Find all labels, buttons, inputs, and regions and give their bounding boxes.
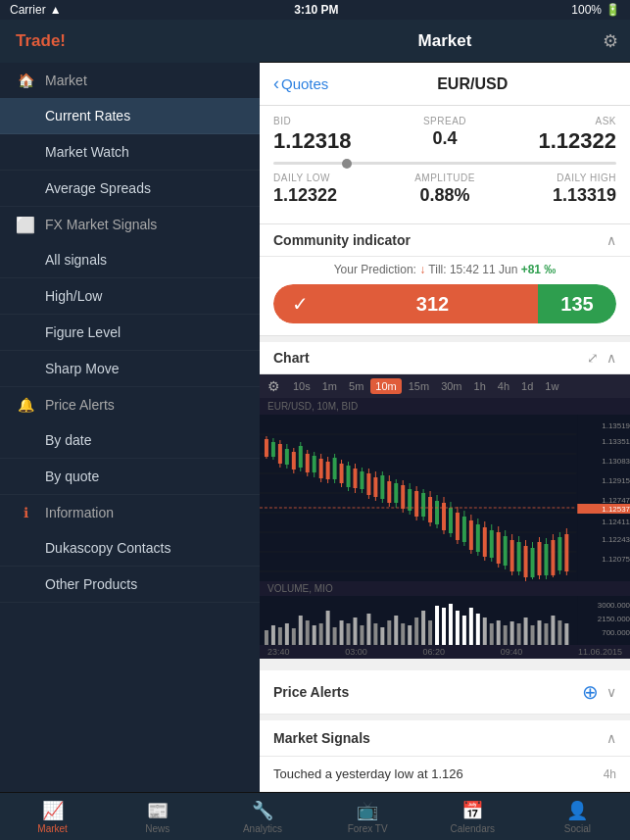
app-title: Trade! xyxy=(16,31,66,51)
sidebar-sharp-move-label: Sharp Move xyxy=(45,361,119,376)
svg-text:1.12537: 1.12537 xyxy=(602,505,630,514)
sidebar-item-figure-level[interactable]: Figure Level xyxy=(0,315,260,351)
daily-low-value: 1.12322 xyxy=(273,185,388,206)
sidebar-price-alerts-label: Price Alerts xyxy=(45,397,115,413)
svg-rect-128 xyxy=(360,625,363,645)
sidebar-item-sharp-move[interactable]: Sharp Move xyxy=(0,351,260,387)
quotes-back-button[interactable]: ‹ Quotes xyxy=(273,74,328,94)
tab-news[interactable]: 📰 News xyxy=(105,800,210,834)
sidebar-item-current-rates[interactable]: Current Rates xyxy=(0,98,260,134)
tab-analytics-icon: 🔧 xyxy=(252,800,273,821)
svg-rect-126 xyxy=(347,623,351,645)
settings-icon[interactable]: ⚙ xyxy=(603,30,618,52)
spread-col: SPREAD 0.4 xyxy=(388,116,503,149)
sidebar-other-products-label: Other Products xyxy=(45,576,137,592)
svg-rect-156 xyxy=(551,616,555,645)
battery-label: 100% xyxy=(571,3,602,17)
svg-text:1.12915: 1.12915 xyxy=(602,476,630,485)
svg-text:1.13083: 1.13083 xyxy=(602,457,630,466)
volume-label: VOLUME, MIO xyxy=(260,581,630,596)
sidebar-item-average-spreads[interactable]: Average Spreads xyxy=(0,171,260,207)
timeframe-4h[interactable]: 4h xyxy=(493,378,514,394)
svg-text:1.12243: 1.12243 xyxy=(602,535,630,544)
svg-rect-130 xyxy=(373,623,377,645)
signal-text-1: Touched a yesterday low at 1.126 xyxy=(273,766,463,781)
vote-sell-count: 312 xyxy=(327,284,538,323)
tab-calendars[interactable]: 📅 Calendars xyxy=(420,800,525,834)
sidebar-item-high-low[interactable]: High/Low xyxy=(0,278,260,315)
tab-calendars-label: Calendars xyxy=(450,823,495,834)
tab-social[interactable]: 👤 Social xyxy=(525,800,630,834)
spread-label: SPREAD xyxy=(388,116,503,126)
main-header: Market ⚙ xyxy=(260,31,630,51)
price-alerts-title: Price Alerts xyxy=(273,684,349,700)
sidebar-by-quote-label: By quote xyxy=(45,469,99,484)
market-signal-item-1: Touched a yesterday low at 1.126 4h xyxy=(260,757,630,792)
market-signals-chevron-icon[interactable]: ∧ xyxy=(606,730,616,746)
bell-icon: 🔔 xyxy=(16,395,35,415)
sidebar-current-rates-label: Current Rates xyxy=(45,108,130,124)
x-label-4: 09:40 xyxy=(501,647,523,657)
sidebar-dukascopy-label: Dukascopy Contacts xyxy=(45,540,170,556)
svg-rect-143 xyxy=(462,616,466,645)
spread-value: 0.4 xyxy=(388,128,503,149)
timeframe-1m[interactable]: 1m xyxy=(317,378,342,394)
tab-forex-tv-label: Forex TV xyxy=(348,823,388,834)
community-chevron-icon[interactable]: ∧ xyxy=(606,232,616,248)
ask-col: ASK 1.12322 xyxy=(502,116,616,154)
timeframe-15m[interactable]: 15m xyxy=(404,378,434,394)
sidebar-section-market[interactable]: 🏠 Market xyxy=(0,63,260,98)
sidebar-item-market-watch[interactable]: Market Watch xyxy=(0,134,260,171)
timeframe-1w[interactable]: 1w xyxy=(540,378,563,394)
timeframe-10s[interactable]: 10s xyxy=(288,378,315,394)
quotes-bar: ‹ Quotes EUR/USD xyxy=(260,63,630,106)
check-icon: ✓ xyxy=(292,292,309,316)
chart-chevron-icon[interactable]: ∧ xyxy=(606,350,616,366)
sidebar-section-fx[interactable]: ⬜ FX Market Signals xyxy=(0,207,260,242)
timeframe-1d[interactable]: 1d xyxy=(516,378,538,394)
timeframe-5m[interactable]: 5m xyxy=(344,378,368,394)
tab-bar: 📈 Market 📰 News 🔧 Analytics 📺 Forex TV 📅… xyxy=(0,792,630,840)
tab-forex-tv[interactable]: 📺 Forex TV xyxy=(315,800,420,834)
expand-icon[interactable]: ⤢ xyxy=(587,350,599,366)
add-price-alert-button[interactable]: ⊕ xyxy=(582,680,599,704)
back-chevron-icon: ‹ xyxy=(273,74,279,94)
chart-icons: ⤢ ∧ xyxy=(587,350,616,366)
chart-title: Chart xyxy=(273,350,310,366)
svg-rect-147 xyxy=(490,623,494,645)
svg-rect-145 xyxy=(476,614,480,645)
sidebar-item-dukascopy[interactable]: Dukascopy Contacts xyxy=(0,530,260,567)
tab-market[interactable]: 📈 Market xyxy=(0,800,105,834)
signal-time-1: 4h xyxy=(604,767,616,781)
chart-gear-icon[interactable]: ⚙ xyxy=(267,378,280,394)
svg-rect-124 xyxy=(333,627,337,645)
bid-value: 1.12318 xyxy=(273,128,388,154)
sidebar-market-label: Market xyxy=(45,73,87,88)
info-icon: ℹ xyxy=(16,503,35,522)
svg-rect-127 xyxy=(353,618,357,645)
sidebar-section-information[interactable]: ℹ Information xyxy=(0,495,260,530)
sidebar-item-by-quote[interactable]: By quote xyxy=(0,459,260,495)
main-layout: 🏠 Market Current Rates Market Watch Aver… xyxy=(0,63,630,792)
tab-social-icon: 👤 xyxy=(566,800,588,821)
sidebar-item-by-date[interactable]: By date xyxy=(0,422,260,459)
timeframe-10m[interactable]: 10m xyxy=(370,378,401,394)
tab-analytics-label: Analytics xyxy=(243,823,282,834)
sidebar: 🏠 Market Current Rates Market Watch Aver… xyxy=(0,63,260,792)
price-alerts-chevron-icon[interactable]: ∨ xyxy=(606,684,616,700)
svg-rect-152 xyxy=(524,618,528,645)
ask-value: 1.12322 xyxy=(502,128,616,154)
sidebar-item-all-signals[interactable]: All signals xyxy=(0,242,260,278)
vote-bar: ✓ 312 135 xyxy=(273,284,616,323)
x-label-3: 06:20 xyxy=(422,647,445,657)
timeframe-30m[interactable]: 30m xyxy=(436,378,466,394)
price-alerts-section: Price Alerts ⊕ ∨ xyxy=(260,670,630,715)
sidebar-section-price-alerts[interactable]: 🔔 Price Alerts xyxy=(0,387,260,422)
timeframe-1h[interactable]: 1h xyxy=(469,378,491,394)
sidebar-figure-level-label: Figure Level xyxy=(45,324,121,340)
svg-rect-146 xyxy=(483,618,487,645)
tab-analytics[interactable]: 🔧 Analytics xyxy=(210,800,315,834)
sidebar-item-other-products[interactable]: Other Products xyxy=(0,567,260,603)
prediction-main: Your Prediction: ↓ Till: 15:42 11 Jun xyxy=(334,263,521,276)
community-indicator-title: Community indicator xyxy=(273,232,411,248)
